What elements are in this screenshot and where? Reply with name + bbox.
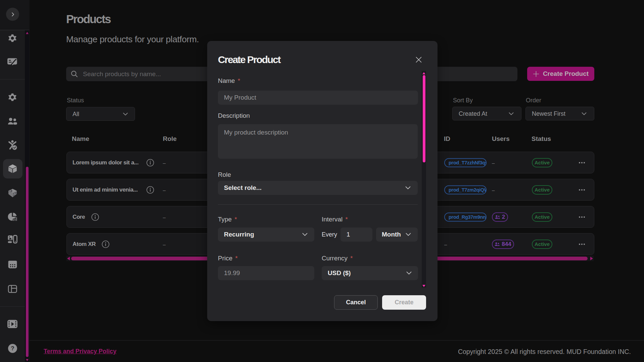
svg-text:?: ? bbox=[11, 345, 14, 352]
